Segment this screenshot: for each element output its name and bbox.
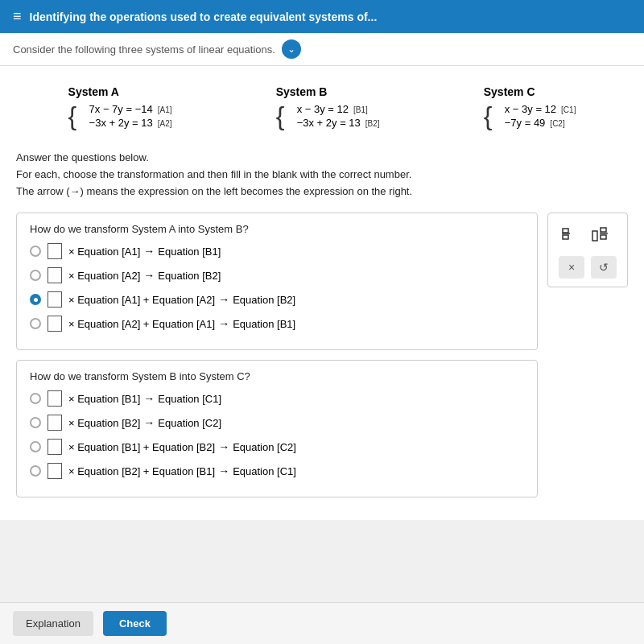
systems-container: System A { 7x − 7y = −14 [A1] −3x + 2y =…: [16, 79, 628, 137]
questions-column: How do we transform System A into System…: [16, 213, 538, 507]
q2-arrow3: →: [218, 440, 229, 453]
system-b-eq1: x − 3y = 12 [B1]: [297, 103, 380, 115]
header: ≡ Identifying the operations used to cre…: [0, 0, 644, 33]
mixed-fraction-icon: [591, 225, 615, 242]
system-c: System C { x − 3y = 12 [C1] −7y = 49 [C2…: [484, 85, 576, 130]
q1-option2[interactable]: × Equation [A2] → Equation [B2]: [30, 267, 524, 283]
system-b: System B { x − 3y = 12 [B1] −3x + 2y = 1…: [276, 85, 380, 130]
system-b-title: System B: [276, 85, 328, 98]
q1-input1[interactable]: [47, 243, 62, 259]
q2-option1-text: × Equation [B1] → Equation [C1]: [68, 392, 221, 405]
q2-option1[interactable]: × Equation [B1] → Equation [C1]: [30, 390, 524, 407]
q2-option2[interactable]: × Equation [B2] → Equation [C2]: [30, 415, 524, 431]
q2-radio2[interactable]: [30, 417, 41, 428]
q1-input4[interactable]: [47, 316, 62, 332]
q2-arrow4: →: [218, 464, 229, 477]
q1-radio4[interactable]: [30, 318, 41, 329]
svg-rect-0: [563, 229, 568, 233]
system-a-eq1: 7x − 7y = −14 [A1]: [89, 103, 172, 115]
question1-prompt: How do we transform System A into System…: [30, 223, 524, 235]
arrow-right-icon: →: [143, 245, 155, 258]
questions-and-tools: How do we transform System A into System…: [16, 213, 628, 507]
mixed-fraction-button[interactable]: [588, 221, 618, 248]
svg-rect-2: [563, 235, 568, 239]
q1-radio1[interactable]: [30, 246, 41, 257]
arrow-right-icon2: →: [143, 269, 155, 282]
q1-option3[interactable]: × Equation [A1] + Equation [A2] → Equati…: [30, 291, 524, 308]
fraction-icon: [560, 225, 578, 242]
footer: Explanation Check: [0, 602, 644, 644]
q2-radio3[interactable]: [30, 441, 41, 452]
q2-radio1[interactable]: [30, 393, 41, 404]
brace-b: {: [276, 103, 285, 130]
system-a-equations: { 7x − 7y = −14 [A1] −3x + 2y = 13 [A2]: [68, 103, 172, 130]
tools-column: × ↺: [547, 213, 628, 507]
header-title: Identifying the operations used to creat…: [30, 10, 378, 23]
chevron-down-icon[interactable]: ⌄: [282, 39, 301, 59]
question1-card: How do we transform System A into System…: [16, 213, 538, 350]
instructions: Answer the questions below. For each, ch…: [16, 150, 628, 200]
arrow-icon: →: [69, 185, 80, 197]
sub-header: Consider the following three systems of …: [0, 33, 644, 66]
arrow-right-icon3: →: [218, 293, 229, 306]
q2-arrow1: →: [143, 392, 155, 405]
explanation-button[interactable]: Explanation: [13, 611, 93, 636]
undo-button[interactable]: ↺: [591, 256, 617, 279]
question2-card: How do we transform System B into System…: [16, 360, 538, 497]
q2-radio4[interactable]: [30, 465, 41, 477]
sub-header-text: Consider the following three systems of …: [13, 43, 275, 56]
instructions-line1: Answer the questions below.: [16, 150, 628, 167]
q2-arrow2: →: [143, 416, 155, 429]
q2-input2[interactable]: [47, 415, 62, 431]
q2-option3-text: × Equation [B1] + Equation [B2] → Equati…: [68, 440, 296, 453]
q2-input1[interactable]: [47, 390, 62, 407]
system-c-eq1: x − 3y = 12 [C1]: [505, 103, 576, 115]
tools-panel: × ↺: [547, 213, 628, 287]
q1-option4[interactable]: × Equation [A2] + Equation [A1] → Equati…: [30, 316, 524, 332]
question2-prompt: How do we transform System B into System…: [30, 370, 524, 382]
main-content: System A { 7x − 7y = −14 [A1] −3x + 2y =…: [0, 66, 644, 520]
system-a: System A { 7x − 7y = −14 [A1] −3x + 2y =…: [68, 85, 172, 130]
svg-rect-4: [601, 228, 606, 232]
q2-input4[interactable]: [47, 463, 62, 479]
q1-input2[interactable]: [47, 267, 62, 283]
q1-option3-text: × Equation [A1] + Equation [A2] → Equati…: [68, 293, 295, 306]
check-button[interactable]: Check: [103, 611, 167, 636]
system-b-eq2: −3x + 2y = 13 [B2]: [297, 117, 380, 129]
tools-second-row: × ↺: [559, 256, 617, 279]
brace-c: {: [484, 103, 493, 130]
instructions-line2: For each, choose the transformation and …: [16, 167, 628, 184]
arrow-right-icon4: →: [218, 317, 229, 330]
system-b-equations: { x − 3y = 12 [B1] −3x + 2y = 13 [B2]: [276, 103, 380, 130]
fraction-button[interactable]: [557, 221, 581, 248]
q1-radio2[interactable]: [30, 270, 41, 281]
tools-top-row: [557, 221, 618, 248]
q2-option2-text: × Equation [B2] → Equation [C2]: [68, 416, 221, 429]
q2-option4[interactable]: × Equation [B2] + Equation [B1] → Equati…: [30, 463, 524, 479]
svg-rect-3: [592, 231, 597, 241]
q1-option4-text: × Equation [A2] + Equation [A1] → Equati…: [68, 317, 295, 330]
instructions-line3: The arrow (→) means the expression on th…: [16, 184, 628, 200]
brace-a: {: [68, 103, 77, 130]
q2-option4-text: × Equation [B2] + Equation [B1] → Equati…: [68, 464, 296, 477]
system-c-eq2: −7y = 49 [C2]: [505, 117, 576, 129]
q2-input3[interactable]: [47, 439, 62, 455]
system-a-title: System A: [68, 85, 119, 98]
system-a-eq2: −3x + 2y = 13 [A2]: [89, 117, 172, 129]
menu-icon[interactable]: ≡: [13, 8, 22, 25]
system-c-title: System C: [484, 85, 535, 98]
q2-option3[interactable]: × Equation [B1] + Equation [B2] → Equati…: [30, 439, 524, 455]
clear-button[interactable]: ×: [559, 256, 584, 279]
q1-radio3[interactable]: [30, 294, 41, 305]
q1-option1[interactable]: × Equation [A1] → Equation [B1]: [30, 243, 524, 259]
q1-option2-text: × Equation [A2] → Equation [B2]: [68, 269, 221, 282]
system-c-equations: { x − 3y = 12 [C1] −7y = 49 [C2]: [484, 103, 576, 130]
q1-input3[interactable]: [47, 291, 62, 308]
svg-rect-6: [601, 235, 606, 239]
q1-option1-text: × Equation [A1] → Equation [B1]: [68, 245, 221, 258]
